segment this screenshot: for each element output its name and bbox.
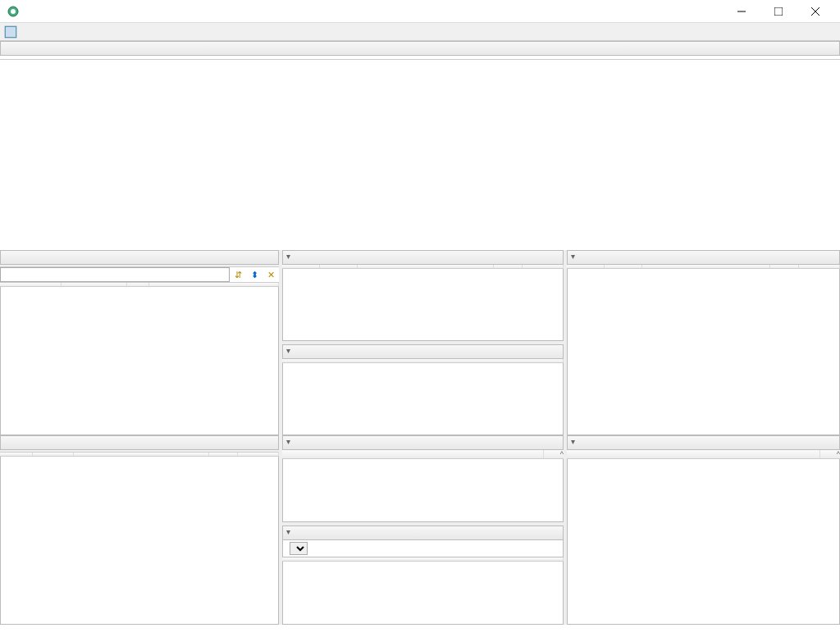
depends-table-header: ^ [567,450,840,459]
filter-input[interactable] [0,267,230,282]
collapse-icon[interactable]: ⬍ [248,268,261,281]
clear-icon[interactable]: ✕ [264,268,277,281]
file-icon [3,25,18,39]
transformation-select[interactable] [290,542,308,555]
transformation-bar [282,540,564,557]
varops-body[interactable] [282,363,564,435]
depends-body[interactable] [567,459,840,625]
source-browser-header [0,41,840,56]
maximize-button[interactable] [760,0,797,23]
defines-header: ▾ [282,435,564,450]
varops-header: ▾ [282,344,564,359]
ops-header: ▾ [282,526,564,540]
close-button[interactable] [797,0,833,23]
defined-eq-header: ▾ [282,250,564,265]
used-eq-body[interactable] [567,269,840,435]
svg-rect-3 [774,7,783,16]
defined-eq-body[interactable] [282,269,564,341]
svg-point-1 [11,9,16,14]
minimize-button[interactable] [723,0,760,23]
equations-panel-header [0,435,279,450]
defines-body[interactable] [282,459,564,522]
svg-rect-6 [5,26,16,38]
depends-header: ▾ [567,435,840,450]
variables-table-body[interactable] [0,287,279,435]
app-icon [7,5,20,18]
window-titlebar [0,0,840,23]
expand-icon[interactable]: ⇵ [231,268,244,281]
used-eq-header: ▾ [567,250,840,265]
variables-panel-header [0,250,279,265]
defines-table-header: ^ [282,450,564,459]
code-editor[interactable] [0,60,840,250]
ops-body[interactable] [282,562,564,625]
variables-filter: ⇵ ⬍ ✕ [0,267,279,283]
path-bar [0,23,840,41]
equations-body[interactable] [0,457,279,625]
